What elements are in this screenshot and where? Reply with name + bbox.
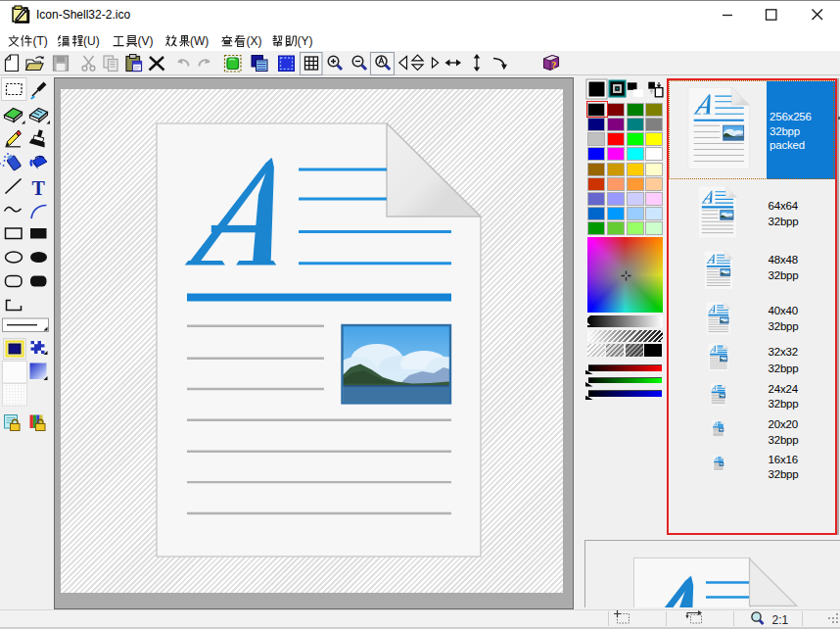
svg-text:?: ? [552,61,557,71]
svg-text:T: T [32,177,46,199]
